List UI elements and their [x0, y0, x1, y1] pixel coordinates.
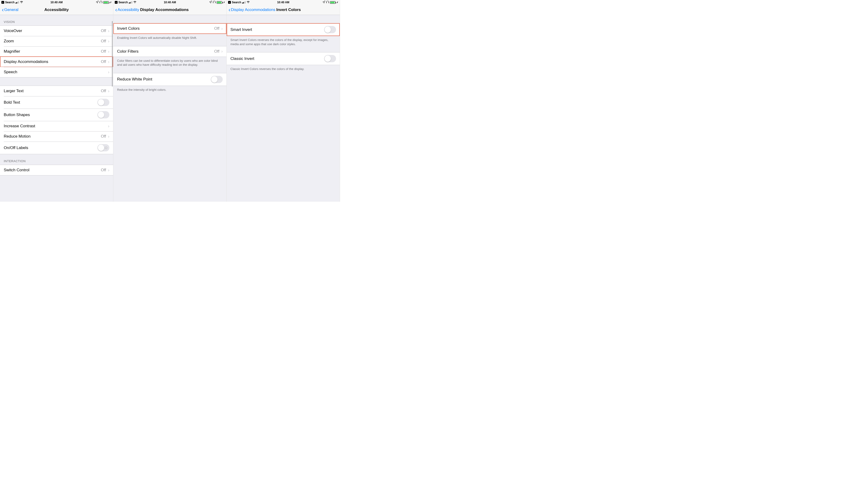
nav-back-label: Display Accommodations	[231, 7, 275, 12]
back-to-app-label[interactable]: Search	[232, 1, 241, 4]
nav-bar: ‹ Accessibility Display Accommodations	[113, 5, 226, 15]
group-interaction: Switch Control Off ›	[0, 165, 113, 176]
group-vision: VoiceOver Off › Zoom Off › Magnifier Off…	[0, 25, 113, 77]
toggle-smart-invert[interactable]	[324, 26, 336, 33]
footer-color-filters: Color filters can be used to differentia…	[113, 57, 226, 69]
row-invert-colors[interactable]: Invert Colors Off ›	[113, 23, 226, 34]
row-color-filters[interactable]: Color Filters Off ›	[113, 46, 226, 57]
group-text: Larger Text Off › Bold Text Button Shape…	[0, 86, 113, 154]
nav-back-label: Accessibility	[118, 7, 139, 12]
svg-rect-3	[215, 2, 216, 3]
location-icon	[323, 1, 325, 4]
back-to-app-label[interactable]: Search	[119, 1, 128, 4]
row-magnifier[interactable]: Magnifier Off ›	[0, 46, 113, 57]
footer-classic-invert: Classic Invert Colors reverses the color…	[227, 65, 340, 73]
row-onoff-labels[interactable]: On/Off Labels	[0, 142, 113, 154]
back-to-app-label[interactable]: Search	[5, 1, 15, 4]
group-invert: Invert Colors Off ›	[113, 23, 226, 34]
svg-rect-0	[100, 2, 100, 3]
location-icon	[209, 1, 212, 4]
toggle-bold-text[interactable]	[98, 99, 109, 106]
charging-icon: ⚡︎	[110, 1, 112, 4]
group-classic-invert: Classic Invert	[227, 52, 340, 65]
page-title: Invert Colors	[276, 7, 301, 12]
toggle-button-shapes[interactable]	[98, 111, 109, 119]
row-display-accommodations[interactable]: Display Accommodations Off ›	[0, 57, 113, 67]
screen-display-accommodations: ‹ Search 10:40 AM ⚡︎ ‹ Accessibility Dis…	[113, 0, 227, 202]
chevron-left-icon: ‹	[115, 7, 117, 13]
svg-rect-4	[326, 2, 327, 3]
cellular-signal-icon	[129, 1, 132, 3]
back-to-app-icon[interactable]: ‹	[228, 1, 231, 4]
screen-accessibility: ‹ Search 10:40 AM ⚡︎ ‹ General Accessibi…	[0, 0, 113, 202]
row-reduce-white-point[interactable]: Reduce White Point	[113, 73, 226, 86]
chevron-left-icon: ‹	[2, 7, 4, 13]
wifi-icon	[20, 1, 23, 4]
row-classic-invert[interactable]: Classic Invert	[227, 52, 340, 65]
screen-invert-colors: ‹ Search 10:40 AM ⚡︎ ‹ Display Accommoda…	[227, 0, 340, 202]
nav-back-label: General	[4, 7, 18, 12]
chevron-right-icon: ›	[108, 168, 109, 173]
battery-icon	[103, 1, 109, 4]
page-title: Display Accommodations	[140, 7, 189, 12]
toggle-reduce-white-point[interactable]	[211, 76, 223, 83]
nav-back-button[interactable]: ‹ Display Accommodations	[228, 7, 275, 13]
footer-white-point: Reduce the intensity of bright colors.	[113, 86, 226, 94]
group-smart-invert: Smart Invert	[227, 23, 340, 36]
headphones-icon	[213, 1, 216, 4]
charging-icon: ⚡︎	[336, 1, 339, 4]
row-larger-text[interactable]: Larger Text Off ›	[0, 86, 113, 96]
chevron-right-icon: ›	[108, 49, 109, 54]
row-button-shapes[interactable]: Button Shapes	[0, 109, 113, 121]
row-zoom[interactable]: Zoom Off ›	[0, 36, 113, 46]
svg-rect-5	[329, 2, 329, 3]
row-increase-contrast[interactable]: Increase Contrast ›	[0, 121, 113, 131]
charging-icon: ⚡︎	[223, 1, 225, 4]
row-voiceover[interactable]: VoiceOver Off ›	[0, 26, 113, 36]
chevron-right-icon: ›	[108, 89, 109, 94]
group-white-point: Reduce White Point	[113, 73, 226, 86]
chevron-right-icon: ›	[108, 70, 109, 75]
nav-bar: ‹ Display Accommodations Invert Colors	[227, 5, 340, 15]
section-header-vision: VISION	[0, 15, 113, 25]
row-switch-control[interactable]: Switch Control Off ›	[0, 165, 113, 175]
headphones-icon	[326, 1, 329, 4]
svg-rect-1	[102, 2, 102, 3]
toggle-classic-invert[interactable]	[324, 55, 336, 62]
chevron-right-icon: ›	[108, 29, 109, 34]
status-bar: ‹ Search 10:40 AM ⚡︎	[0, 0, 113, 5]
row-bold-text[interactable]: Bold Text	[0, 96, 113, 109]
row-smart-invert[interactable]: Smart Invert	[227, 23, 340, 36]
location-icon	[96, 1, 99, 4]
chevron-right-icon: ›	[108, 124, 109, 129]
footer-invert: Enabling Invert Colors will automaticall…	[113, 34, 226, 42]
wifi-icon	[246, 1, 250, 4]
footer-smart-invert: Smart Invert Colors reverses the colors …	[227, 36, 340, 48]
cellular-signal-icon	[15, 1, 19, 3]
row-speech[interactable]: Speech ›	[0, 67, 113, 77]
row-reduce-motion[interactable]: Reduce Motion Off ›	[0, 131, 113, 142]
chevron-right-icon: ›	[221, 26, 223, 31]
chevron-right-icon: ›	[108, 59, 109, 64]
nav-back-button[interactable]: ‹ General	[2, 7, 18, 13]
nav-bar: ‹ General Accessibility	[0, 5, 113, 15]
back-to-app-icon[interactable]: ‹	[1, 1, 4, 4]
back-to-app-icon[interactable]: ‹	[115, 1, 118, 4]
svg-rect-2	[213, 2, 213, 3]
battery-icon	[330, 1, 335, 4]
wifi-icon	[133, 1, 137, 4]
group-color-filters: Color Filters Off ›	[113, 46, 226, 57]
chevron-left-icon: ‹	[228, 7, 230, 13]
nav-back-button[interactable]: ‹ Accessibility	[115, 7, 139, 13]
section-header-interaction: INTERACTION	[0, 154, 113, 165]
toggle-onoff-labels[interactable]	[98, 144, 109, 151]
chevron-right-icon: ›	[108, 134, 109, 139]
cellular-signal-icon	[242, 1, 246, 3]
headphones-icon	[100, 1, 102, 4]
status-bar: ‹ Search 10:40 AM ⚡︎	[227, 0, 340, 5]
chevron-right-icon: ›	[108, 39, 109, 44]
status-bar: ‹ Search 10:40 AM ⚡︎	[113, 0, 226, 5]
chevron-right-icon: ›	[221, 49, 223, 54]
battery-icon	[216, 1, 222, 4]
scrollbar[interactable]	[112, 21, 112, 199]
